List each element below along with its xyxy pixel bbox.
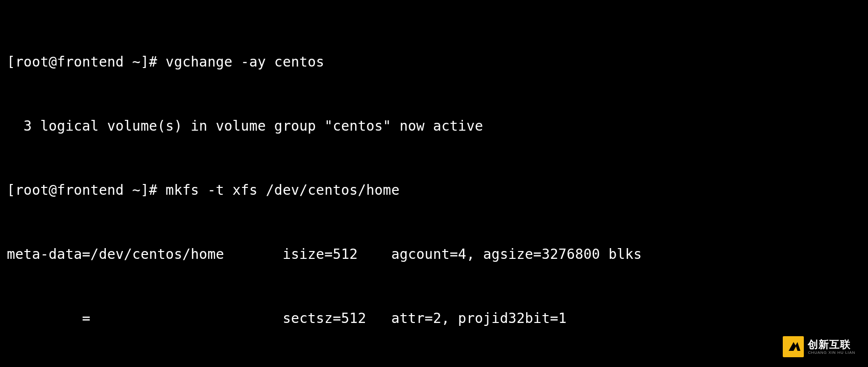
- watermark: 创新互联 CHUANG XIN HU LIAN: [783, 336, 855, 357]
- terminal-output[interactable]: [root@frontend ~]# vgchange -ay centos 3…: [0, 0, 868, 367]
- output-line: 3 logical volume(s) in volume group "cen…: [7, 115, 861, 137]
- output-line: [root@frontend ~]# mkfs -t xfs /dev/cent…: [7, 180, 861, 201]
- watermark-text-en: CHUANG XIN HU LIAN: [808, 351, 855, 355]
- watermark-text: 创新互联 CHUANG XIN HU LIAN: [808, 339, 855, 355]
- output-line: [root@frontend ~]# vgchange -ay centos: [7, 51, 861, 73]
- output-line: meta-data=/dev/centos/home isize=512 agc…: [7, 244, 861, 265]
- watermark-text-cn: 创新互联: [808, 339, 855, 349]
- watermark-logo-icon: [783, 336, 804, 357]
- output-line: = sectsz=512 attr=2, projid32bit=1: [7, 308, 861, 329]
